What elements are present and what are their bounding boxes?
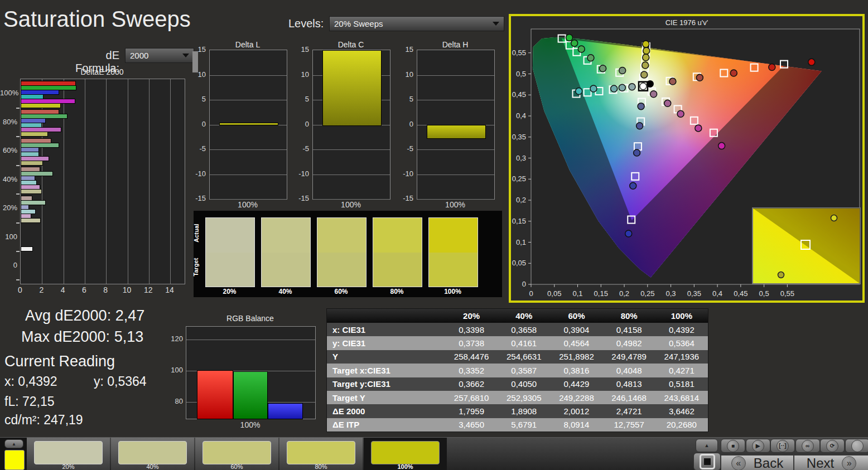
- patch-button-60%[interactable]: 60%: [195, 438, 278, 470]
- table-row-label: y: CIE31: [327, 336, 445, 350]
- delta-y-tick: 5: [190, 95, 206, 103]
- delta-bar: [219, 123, 278, 126]
- delta-y-tick: 10: [398, 70, 413, 79]
- de-bar-yellow: [21, 189, 42, 194]
- table-value-cell: 0,4982: [603, 336, 655, 350]
- patch-button-80%[interactable]: 80%: [279, 438, 363, 470]
- side-tab-handle[interactable]: [192, 51, 198, 72]
- gridline: [313, 175, 390, 175]
- minor-tick: [16, 193, 20, 195]
- patch-swatch-100%: [428, 217, 478, 287]
- infinity-icon: ∞: [802, 440, 814, 452]
- table-value-cell: 0,4429: [550, 377, 602, 391]
- gridline: [64, 79, 64, 284]
- deltae-row-label: 80%: [0, 118, 17, 126]
- deltae-x-tick: 0: [15, 285, 26, 294]
- table-value-cell: 0,3904: [550, 323, 602, 336]
- next-button[interactable]: Next »: [794, 455, 868, 470]
- table-value-cell: 246,1468: [603, 391, 655, 404]
- yellow-measured-point: [643, 54, 649, 61]
- gridline: [210, 100, 287, 100]
- big-stop-button[interactable]: [693, 453, 721, 470]
- cyan-measured-point: [629, 84, 635, 90]
- svg-text:0,55: 0,55: [512, 49, 526, 57]
- table-header-cell: 20%: [445, 309, 498, 323]
- gridline: [210, 175, 287, 175]
- actual-color: [317, 218, 366, 253]
- magenta-measured-point: [718, 143, 725, 149]
- patch-button-20%[interactable]: 20%: [27, 438, 110, 470]
- delta-y-tick: -10: [398, 169, 413, 178]
- blue-measured-point: [636, 123, 643, 129]
- target-color: [373, 253, 422, 287]
- table-value-cell: 249,2288: [550, 391, 602, 404]
- rgb-balance-title: RGB Balance: [186, 314, 315, 323]
- svg-text:0,5: 0,5: [759, 289, 769, 298]
- table-row-label: Target Y: [327, 391, 445, 404]
- table-value-cell: 0,3398: [445, 323, 498, 336]
- rgb-y-tick: 120: [167, 335, 183, 343]
- range-button[interactable]: [··]: [770, 439, 795, 453]
- gridline: [85, 79, 85, 284]
- delta-y-tick: 15: [190, 45, 206, 54]
- delta-y-tick: -15: [398, 194, 413, 202]
- infinity-button[interactable]: ∞: [795, 439, 820, 453]
- table-value-cell: 2,4721: [603, 404, 655, 418]
- repeat-icon: ⟳: [826, 440, 838, 452]
- levels-dropdown[interactable]: 20% Sweeps: [329, 16, 504, 31]
- table-value-cell: 0,3587: [498, 364, 550, 377]
- svg-text:0,3: 0,3: [516, 154, 526, 162]
- gridline: [417, 199, 494, 200]
- magenta-measured-point: [664, 100, 671, 106]
- minor-tick: [16, 279, 20, 280]
- inset-measured-point: [778, 272, 784, 278]
- delta-chart-title: Delta H: [417, 40, 494, 49]
- table-value-cell: 3,6462: [655, 404, 708, 418]
- delta-y-tick: 15: [398, 45, 413, 54]
- cie-diagram-svg: CIE 1976 u'v'00,050,10,150,20,250,30,350…: [511, 16, 862, 301]
- table-value-cell: 0,3816: [550, 364, 602, 377]
- delta-bar: [322, 50, 382, 126]
- de-bar-yellow: [21, 161, 43, 166]
- green-measured-point: [587, 55, 594, 61]
- delta-y-tick: 0: [398, 120, 413, 128]
- bottom-toolbar: ▲ 20%40%60%80%100% ▲ ■▶[··]∞⟳ « Back Nex…: [0, 437, 868, 470]
- stop-button[interactable]: ■: [721, 439, 745, 453]
- table-value-cell: 0,5181: [655, 377, 708, 391]
- delta-y-tick: 5: [398, 95, 413, 103]
- current-patch-well: ▲: [0, 438, 27, 470]
- green-measured-point: [619, 67, 626, 74]
- patch-color: [118, 441, 187, 464]
- transport-up-button[interactable]: ▲: [696, 439, 718, 452]
- deltae-row-label: 100%: [0, 89, 17, 97]
- patch-button-100%[interactable]: 100%: [364, 438, 447, 470]
- repeat-button[interactable]: ⟳: [820, 439, 845, 453]
- whitepoint-measured: [640, 83, 647, 90]
- gridline: [417, 75, 494, 76]
- minor-tick: [16, 165, 20, 166]
- table-row-label: Y: [327, 350, 445, 364]
- deltae-row-label: 40%: [0, 175, 17, 183]
- gridline: [170, 79, 171, 284]
- range-icon: [··]: [777, 440, 789, 452]
- delta-y-tick: 0: [293, 120, 309, 128]
- svg-text:0,45: 0,45: [512, 90, 526, 99]
- table-value-cell: 1,7959: [445, 404, 498, 418]
- patch-swatch-label: 100%: [417, 288, 488, 295]
- table-value-cell: 8,0914: [550, 418, 602, 432]
- svg-text:0,1: 0,1: [516, 238, 526, 246]
- collapse-up-button[interactable]: ▲: [4, 439, 23, 448]
- measurement-table: 20%40%60%80%100%x: CIE310,33980,36580,39…: [326, 308, 708, 432]
- yellow-measured-point: [641, 71, 648, 78]
- gridline: [417, 175, 494, 175]
- de-formula-dropdown[interactable]: 2000: [125, 48, 194, 63]
- patch-button-40%[interactable]: 40%: [111, 438, 194, 470]
- back-button[interactable]: « Back: [721, 455, 794, 470]
- delta-y-tick: -10: [190, 169, 206, 178]
- svg-text:0,4: 0,4: [516, 112, 526, 120]
- cyan-measured-point: [576, 88, 582, 94]
- patch-swatch-40%: [261, 217, 311, 287]
- table-value-cell: 0,3662: [445, 377, 498, 391]
- play-button[interactable]: ▶: [746, 439, 770, 453]
- blank-knob-button[interactable]: [845, 439, 868, 453]
